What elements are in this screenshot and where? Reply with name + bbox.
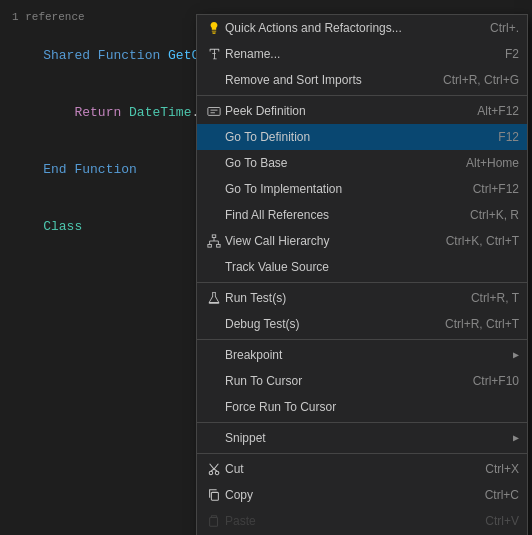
menu-item-run-tests[interactable]: Run Test(s) Ctrl+R, T (197, 285, 527, 311)
empty-icon-3 (203, 153, 225, 173)
find-all-refs-label: Find All References (225, 208, 454, 222)
cut-shortcut: Ctrl+X (485, 462, 519, 476)
lightbulb-icon (203, 18, 225, 38)
menu-item-go-to-impl[interactable]: Go To Implementation Ctrl+F12 (197, 176, 527, 202)
paste-icon (203, 511, 225, 531)
menu-item-track-value-source[interactable]: Track Value Source (197, 254, 527, 280)
datetime-obj: DateTime (129, 105, 191, 120)
svg-rect-3 (217, 245, 221, 248)
empty-icon-11 (203, 428, 225, 448)
separator-1 (197, 95, 527, 96)
menu-item-remove-sort-imports[interactable]: Remove and Sort Imports Ctrl+R, Ctrl+G (197, 67, 527, 93)
svg-rect-6 (211, 492, 218, 500)
menu-item-quick-actions[interactable]: Quick Actions and Refactorings... Ctrl+. (197, 15, 527, 41)
peek-definition-shortcut: Alt+F12 (477, 104, 519, 118)
rename-label: Rename... (225, 47, 489, 61)
svg-rect-2 (208, 245, 212, 248)
find-all-refs-shortcut: Ctrl+K, R (470, 208, 519, 222)
empty-icon-8 (203, 345, 225, 365)
empty-icon-9 (203, 371, 225, 391)
run-tests-shortcut: Ctrl+R, T (471, 291, 519, 305)
go-to-impl-shortcut: Ctrl+F12 (473, 182, 519, 196)
menu-item-view-call-hierarchy[interactable]: View Call Hierarchy Ctrl+K, Ctrl+T (197, 228, 527, 254)
copy-shortcut: Ctrl+C (485, 488, 519, 502)
copy-icon (203, 485, 225, 505)
menu-item-peek-definition[interactable]: Peek Definition Alt+F12 (197, 98, 527, 124)
debug-tests-shortcut: Ctrl+R, Ctrl+T (445, 317, 519, 331)
empty-icon-5 (203, 205, 225, 225)
menu-item-force-run-to-cursor[interactable]: Force Run To Cursor (197, 394, 527, 420)
force-run-to-cursor-label: Force Run To Cursor (225, 400, 503, 414)
breakpoint-arrow: ▶ (513, 349, 519, 361)
empty-icon-2 (203, 127, 225, 147)
run-to-cursor-label: Run To Cursor (225, 374, 457, 388)
keyword-return: Return (43, 105, 129, 120)
rename-shortcut: F2 (505, 47, 519, 61)
paste-shortcut: Ctrl+V (485, 514, 519, 528)
snippet-label: Snippet (225, 431, 509, 445)
debug-tests-label: Debug Test(s) (225, 317, 429, 331)
go-to-definition-shortcut: F12 (498, 130, 519, 144)
view-call-hierarchy-shortcut: Ctrl+K, Ctrl+T (446, 234, 519, 248)
keyword-class: Class (43, 219, 82, 234)
peek-icon (203, 101, 225, 121)
separator-3 (197, 339, 527, 340)
menu-item-cut[interactable]: Cut Ctrl+X (197, 456, 527, 482)
view-call-hierarchy-label: View Call Hierarchy (225, 234, 430, 248)
keyword-end-function: End Function (43, 162, 137, 177)
menu-item-find-all-refs[interactable]: Find All References Ctrl+K, R (197, 202, 527, 228)
menu-item-breakpoint[interactable]: Breakpoint ▶ (197, 342, 527, 368)
menu-item-go-to-base[interactable]: Go To Base Alt+Home (197, 150, 527, 176)
separator-2 (197, 282, 527, 283)
menu-item-snippet[interactable]: Snippet ▶ (197, 425, 527, 451)
run-to-cursor-shortcut: Ctrl+F10 (473, 374, 519, 388)
go-to-base-label: Go To Base (225, 156, 450, 170)
cut-icon (203, 459, 225, 479)
separator-5 (197, 453, 527, 454)
menu-item-copy[interactable]: Copy Ctrl+C (197, 482, 527, 508)
svg-point-4 (209, 471, 213, 475)
menu-item-run-to-cursor[interactable]: Run To Cursor Ctrl+F10 (197, 368, 527, 394)
separator-4 (197, 422, 527, 423)
quick-actions-shortcut: Ctrl+. (490, 21, 519, 35)
remove-sort-imports-label: Remove and Sort Imports (225, 73, 427, 87)
menu-item-debug-tests[interactable]: Debug Test(s) Ctrl+R, Ctrl+T (197, 311, 527, 337)
menu-item-go-to-definition[interactable]: Go To Definition F12 (197, 124, 527, 150)
keyword-shared: Shared Function (43, 48, 168, 63)
svg-point-5 (215, 471, 219, 475)
empty-icon-10 (203, 397, 225, 417)
empty-icon-4 (203, 179, 225, 199)
breakpoint-label: Breakpoint (225, 348, 509, 362)
svg-rect-7 (210, 518, 218, 527)
menu-item-rename[interactable]: Rename... F2 (197, 41, 527, 67)
hierarchy-icon (203, 231, 225, 251)
empty-icon-7 (203, 314, 225, 334)
quick-actions-label: Quick Actions and Refactorings... (225, 21, 474, 35)
rename-icon (203, 44, 225, 64)
flask-icon (203, 288, 225, 308)
go-to-impl-label: Go To Implementation (225, 182, 457, 196)
menu-item-paste[interactable]: Paste Ctrl+V (197, 508, 527, 534)
snippet-arrow: ▶ (513, 432, 519, 444)
go-to-base-shortcut: Alt+Home (466, 156, 519, 170)
go-to-definition-label: Go To Definition (225, 130, 482, 144)
copy-label: Copy (225, 488, 469, 502)
track-value-source-label: Track Value Source (225, 260, 503, 274)
empty-icon-1 (203, 70, 225, 90)
empty-icon-6 (203, 257, 225, 277)
cut-label: Cut (225, 462, 469, 476)
peek-definition-label: Peek Definition (225, 104, 461, 118)
paste-label: Paste (225, 514, 469, 528)
context-menu: Quick Actions and Refactorings... Ctrl+.… (196, 14, 528, 535)
svg-rect-0 (208, 108, 220, 116)
run-tests-label: Run Test(s) (225, 291, 455, 305)
svg-rect-1 (212, 235, 216, 238)
remove-sort-imports-shortcut: Ctrl+R, Ctrl+G (443, 73, 519, 87)
